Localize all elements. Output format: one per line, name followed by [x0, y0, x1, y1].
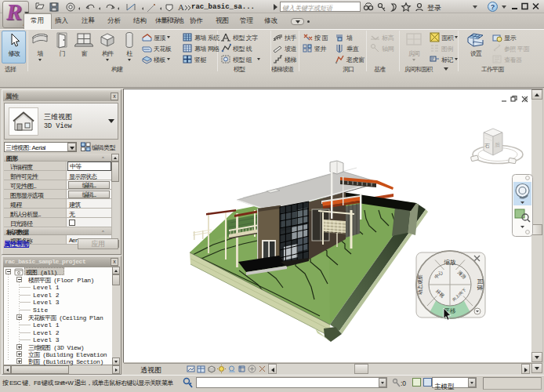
- svg-text:动态观察: 动态观察: [417, 274, 423, 296]
- svg-text:A: A: [178, 2, 184, 12]
- svg-text:缩放: 缩放: [444, 259, 457, 266]
- svg-text:登录: 登录: [427, 4, 441, 12]
- svg-text:回放: 回放: [477, 279, 484, 292]
